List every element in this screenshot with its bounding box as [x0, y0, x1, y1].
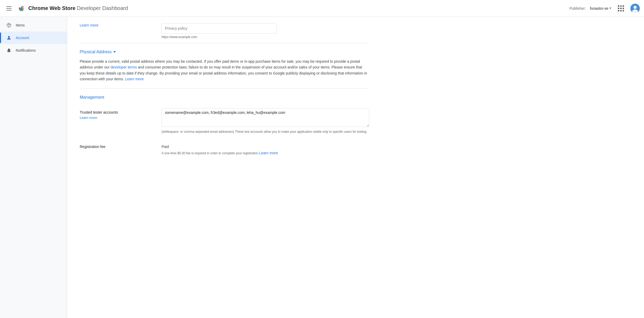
privacy-policy-section: Learn more https://www.example.com	[80, 23, 369, 43]
menu-button[interactable]	[4, 4, 14, 13]
sidebar-item-account[interactable]: Account	[0, 31, 67, 44]
sidebar-item-notifications[interactable]: Notifications	[0, 44, 67, 57]
chrome-logo-icon	[17, 4, 26, 13]
header-right: Publisher: funastor-se	[570, 3, 640, 14]
publisher-dropdown[interactable]: funastor-se	[590, 6, 611, 10]
registration-fee-value: Paid	[162, 142, 369, 149]
registration-fee-hint-text: A one-time $5.00 fee is required in orde…	[162, 151, 258, 155]
sidebar: Items Account Notifications	[0, 17, 67, 318]
sidebar-items-label: Items	[16, 23, 25, 27]
package-icon	[6, 23, 12, 28]
developer-terms-link[interactable]: developer terms	[111, 65, 137, 69]
sidebar-item-items[interactable]: Items	[0, 19, 67, 31]
trusted-tester-learn-more[interactable]: Learn more	[80, 116, 97, 120]
publisher-name-text: funastor-se	[590, 6, 608, 10]
registration-fee-label-col: Registration fee	[80, 142, 153, 150]
bell-icon	[6, 48, 12, 53]
privacy-policy-input[interactable]	[162, 23, 277, 34]
management-title: Management	[80, 95, 369, 100]
trusted-tester-label-col: Trusted tester accounts Learn more	[80, 108, 153, 120]
privacy-policy-hint: https://www.example.com	[162, 35, 369, 39]
svg-point-2	[21, 5, 22, 7]
layout: Items Account Notifications	[0, 17, 644, 318]
header: Chrome Web Store Developer Dashboard Pub…	[0, 0, 644, 17]
svg-point-7	[8, 36, 10, 38]
sidebar-notifications-label: Notifications	[16, 48, 36, 52]
trusted-tester-row: Trusted tester accounts Learn more somen…	[80, 104, 369, 138]
app-name: Chrome Web Store	[28, 5, 76, 11]
physical-address-description: Please provide a current, valid postal a…	[80, 59, 368, 82]
svg-point-1	[20, 7, 23, 10]
management-section: Management Trusted tester accounts Learn…	[80, 88, 369, 166]
user-avatar[interactable]	[630, 4, 640, 13]
trusted-tester-label: Trusted tester accounts	[80, 110, 153, 114]
main-content: Learn more https://www.example.com Physi…	[67, 17, 644, 318]
physical-address-section: Physical Address Please provide a curren…	[80, 43, 369, 88]
physical-address-title-text: Physical Address	[80, 50, 112, 54]
app-subtitle: Developer Dashboard	[77, 5, 128, 11]
registration-fee-row: Registration fee Paid A one-time $5.00 f…	[80, 138, 369, 159]
svg-point-4	[634, 6, 637, 9]
publisher-chevron-icon	[609, 8, 611, 9]
trusted-tester-textarea[interactable]: somename@example.com, fr3ed@example.com,…	[162, 108, 369, 127]
registration-fee-hint: A one-time $5.00 fee is required in orde…	[162, 151, 369, 155]
physical-address-title[interactable]: Physical Address	[80, 50, 369, 54]
registration-fee-label: Registration fee	[80, 145, 153, 149]
header-left: Chrome Web Store Developer Dashboard	[4, 4, 570, 13]
privacy-input-col: https://www.example.com	[162, 23, 369, 39]
account-icon	[6, 35, 12, 40]
google-apps-button[interactable]	[616, 3, 626, 14]
publisher-label: Publisher:	[570, 6, 586, 10]
trusted-tester-input-area: somename@example.com, fr3ed@example.com,…	[162, 108, 369, 134]
app-title: Chrome Web Store Developer Dashboard	[28, 5, 128, 11]
physical-learn-more-link[interactable]: Learn more	[125, 77, 144, 81]
content-area: Learn more https://www.example.com Physi…	[67, 17, 382, 172]
physical-address-chevron-icon	[113, 51, 116, 53]
privacy-label-col: Learn more	[80, 23, 153, 27]
logo-container: Chrome Web Store Developer Dashboard	[17, 4, 128, 13]
sidebar-account-label: Account	[16, 36, 29, 40]
registration-learn-more-link[interactable]: Learn more	[259, 151, 278, 155]
registration-fee-input-area: Paid A one-time $5.00 fee is required in…	[162, 142, 369, 155]
trusted-tester-hint: (whitespace- or comma-separated email ad…	[162, 129, 369, 134]
privacy-learn-more-link[interactable]: Learn more	[80, 23, 99, 27]
management-title-text: Management	[80, 95, 104, 100]
